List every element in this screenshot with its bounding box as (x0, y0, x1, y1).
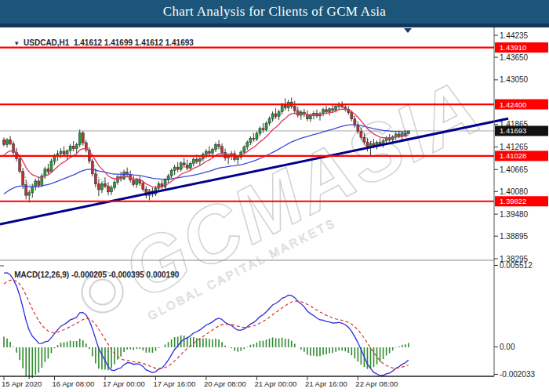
price-level-chip-label: 1.42400 (500, 100, 526, 109)
candlestick (296, 111, 299, 115)
candlestick (284, 105, 286, 107)
candlestick (111, 188, 113, 192)
candlestick (142, 183, 144, 190)
candlestick (249, 138, 252, 142)
price-axis-label: 1.40665 (500, 165, 529, 174)
watermark-logo-icon (75, 265, 130, 320)
candlestick (69, 146, 71, 151)
candlestick (53, 156, 56, 161)
price-axis-label: 1.43650 (500, 53, 529, 62)
candlestick (97, 184, 100, 190)
price-axis-label: 1.40080 (500, 187, 529, 196)
candlestick (274, 114, 277, 116)
candlestick (100, 183, 103, 190)
candlestick (192, 159, 195, 163)
price-level-chip-label: 1.41028 (500, 151, 526, 160)
candlestick (253, 138, 255, 139)
candlestick (237, 158, 239, 160)
candlestick (28, 193, 31, 195)
candlestick (259, 129, 261, 133)
candlestick (208, 151, 210, 153)
candlestick (281, 105, 283, 112)
time-axis-label: 20 Apr 08:00 (204, 379, 246, 388)
current-price-chip-label: 1.41693 (500, 126, 526, 135)
price-axis-label: 1.44235 (500, 31, 529, 40)
time-axis-label: 17 Apr 16:00 (153, 379, 195, 388)
chart-canvas[interactable]: GCMASIA GLOBAL CAPITAL MARKETS 1.442351.… (0, 0, 549, 392)
watermark-logo-icon (85, 275, 119, 309)
candlestick (246, 143, 249, 147)
candlestick (173, 167, 176, 170)
price-axis-label: 1.38895 (500, 232, 529, 241)
macd-axis-label: -0.002033 (500, 370, 535, 379)
macd-axis-label: 0.005512 (500, 261, 533, 270)
price-axis-label: 1.41265 (500, 143, 529, 151)
time-axis-label: 22 Apr 08:00 (355, 379, 398, 388)
candlestick (22, 171, 24, 184)
candlestick (82, 133, 84, 143)
candlestick (107, 187, 109, 192)
price-level-chip-label: 1.43910 (500, 43, 526, 52)
candlestick (293, 106, 296, 111)
candlestick (325, 110, 328, 112)
candlestick (6, 140, 9, 144)
candlestick (218, 144, 220, 146)
candlestick (357, 125, 359, 132)
candlestick (205, 151, 207, 154)
candlestick (19, 159, 21, 172)
time-axis-label: 16 Apr 08:00 (52, 379, 94, 388)
candlestick (195, 159, 198, 162)
candlestick (335, 106, 337, 110)
candlestick (394, 134, 397, 136)
time-axis-label: 17 Apr 00:00 (103, 379, 145, 388)
candlestick (47, 169, 49, 172)
candlestick (72, 146, 75, 148)
candlestick (401, 133, 403, 136)
candlestick (309, 115, 311, 118)
time-axis-label: 21 Apr 16:00 (305, 379, 347, 388)
candlestick (366, 142, 369, 147)
macd-axis-label: 0.00 (500, 343, 515, 351)
time-axis-label: 21 Apr 00:00 (254, 379, 296, 388)
candlestick (306, 114, 308, 119)
candlestick (398, 134, 400, 136)
candlestick (363, 137, 365, 142)
candlestick (180, 163, 182, 169)
price-level-chip-label: 1.39822 (500, 197, 526, 205)
candlestick (183, 163, 185, 165)
price-axis-label: 1.43050 (500, 75, 529, 84)
candlestick (63, 151, 65, 154)
candlestick (60, 151, 62, 154)
candlestick (278, 112, 280, 117)
price-axis-label: 1.39480 (500, 210, 529, 219)
chart-shift-marker-icon (404, 28, 412, 33)
candlestick (360, 132, 362, 138)
candlestick (221, 147, 224, 153)
candlestick (271, 114, 274, 118)
candlestick (265, 123, 267, 130)
candlestick (186, 165, 188, 168)
candlestick (170, 170, 173, 176)
candlestick (262, 129, 264, 130)
candlestick (31, 187, 34, 193)
mt4-chart-window: Chart Analysis for Clients of GCM Asia G… (0, 0, 549, 392)
candlestick (176, 167, 179, 169)
candlestick (114, 182, 116, 187)
candlestick (44, 169, 46, 176)
time-axis-label: 15 Apr 2020 (2, 379, 42, 388)
candlestick (94, 174, 96, 184)
candlestick (329, 109, 331, 112)
candlestick (268, 118, 271, 123)
